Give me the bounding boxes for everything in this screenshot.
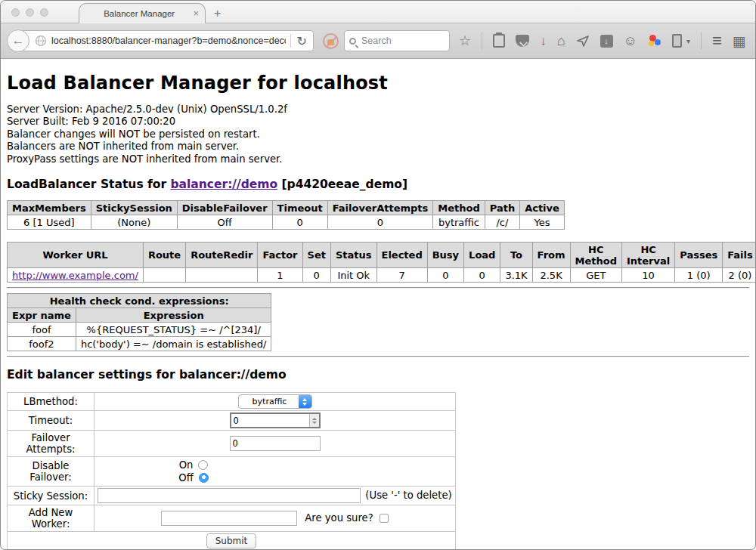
tab-title: Balancer Manager [90, 9, 188, 18]
urlbar-divider [290, 34, 291, 48]
lbmethod-row: LBmethod: bytraffic [8, 393, 456, 411]
timeout-input[interactable] [231, 416, 309, 426]
add-worker-label: Add New Worker: [8, 505, 94, 532]
disable-failover-on-radio[interactable] [198, 460, 208, 470]
proxypass-note-line: ProxyPass settings are NOT inherited fro… [7, 153, 749, 165]
disable-failover-off-radio[interactable] [199, 473, 209, 483]
back-button[interactable]: ← [7, 29, 29, 52]
hamburger-menu-icon[interactable]: ≡ [712, 31, 722, 51]
page-content: Load Balancer Manager for localhost Serv… [1, 59, 755, 550]
add-worker-row: Add New Worker: Are you sure? [8, 505, 456, 532]
col-timeout: Timeout [272, 201, 327, 215]
section-divider [7, 287, 749, 289]
col-failoverattempts: FailoverAttempts [327, 201, 433, 215]
section-divider [7, 356, 749, 357]
navigation-toolbar: ← localhost:8880/balancer-manager?b=demo… [1, 23, 755, 59]
number-spinner-icon[interactable] [309, 414, 319, 427]
url-text[interactable]: localhost:8880/balancer-manager?b=demo&n… [51, 36, 286, 46]
search-icon [349, 38, 356, 45]
table-header-row: Worker URL Route RouteRedir Factor Set S… [8, 243, 756, 268]
zoom-window-button[interactable] [40, 8, 48, 17]
search-bar[interactable] [344, 30, 450, 51]
table-header-row: Expr name Expression [8, 308, 271, 323]
failover-attempts-row: Failover Attempts: [8, 431, 456, 457]
col-stickysession: StickySession [91, 201, 177, 215]
col-maxmembers: MaxMembers [8, 201, 91, 215]
failover-attempts-input[interactable] [230, 436, 321, 451]
server-info: Server Version: Apache/2.5.0-dev (Unix) … [7, 104, 749, 165]
addon-install-icon[interactable]: ↓ [600, 35, 613, 48]
reading-list-icon[interactable] [493, 34, 505, 48]
window-controls[interactable] [11, 8, 48, 17]
disable-failover-row: Disable Failover: On Off [8, 457, 456, 487]
send-tab-icon[interactable] [576, 34, 590, 48]
browser-window: Balancer Manager × + ← localhost:8880/ba… [0, 0, 756, 550]
are-you-sure-label: Are you sure? [305, 512, 373, 524]
edit-balancer-heading: Edit balancer settings for balancer://de… [7, 368, 749, 382]
home-icon[interactable]: ⌂ [557, 34, 565, 48]
radio-off-label: Off [178, 472, 193, 484]
toolbar-divider [482, 32, 482, 49]
timeout-row: Timeout: [8, 411, 456, 431]
health-check-table: Health check cond. expressions: Expr nam… [7, 293, 271, 351]
downloads-icon[interactable]: ↓ [540, 35, 547, 48]
server-built-line: Server Built: Feb 9 2016 07:00:20 [7, 116, 749, 128]
submit-row: Submit [8, 532, 456, 550]
col-active: Active [520, 201, 565, 215]
table-row: foof %{REQUEST_STATUS} =~ /^[234]/ [8, 323, 271, 337]
table-header-row: MaxMembers StickySession DisableFailover… [8, 201, 565, 215]
reload-icon[interactable]: ↻ [296, 34, 313, 48]
balancer-demo-link[interactable]: balancer://demo [170, 178, 277, 191]
worker-row: http://www.example.com/ 1 0 Init Ok 7 0 … [8, 268, 756, 283]
sticky-session-row: Sticky Session: (Use '-' to delete) [8, 487, 456, 505]
radio-on-label: On [179, 459, 194, 471]
are-you-sure-checkbox[interactable] [380, 514, 389, 523]
server-version-line: Server Version: Apache/2.5.0-dev (Unix) … [7, 104, 749, 116]
overflow-caret-icon[interactable]: ▾ [686, 37, 690, 45]
tab-bar: Balancer Manager × + [1, 1, 755, 23]
toolbar-divider [701, 32, 702, 49]
timeout-label: Timeout: [8, 411, 94, 431]
close-window-button[interactable] [11, 8, 20, 17]
worker-url-link[interactable]: http://www.example.com/ [12, 270, 138, 281]
page-title: Load Balancer Manager for localhost [7, 73, 749, 94]
tab-close-icon[interactable]: × [193, 8, 199, 19]
colorful-dots-extension-icon[interactable] [648, 34, 662, 48]
table-row: foof2 hc('body') =~ /domain is establish… [8, 337, 271, 351]
worker-status-table: Worker URL Route RouteRedir Factor Set S… [7, 242, 756, 283]
bookmark-star-icon[interactable]: ☆ [459, 34, 471, 48]
col-path: Path [485, 201, 519, 215]
lbmethod-label: LBmethod: [8, 393, 94, 411]
new-tab-button[interactable]: + [214, 7, 221, 20]
persist-note-line: Balancer changes will NOT be persisted o… [7, 128, 749, 141]
tile-view-icon[interactable]: ▦ [733, 32, 746, 50]
health-table-title: Health check cond. expressions: [8, 294, 271, 308]
sticky-session-label: Sticky Session: [8, 487, 94, 505]
disable-failover-label: Disable Failover: [8, 457, 94, 487]
status-heading-suffix: [p4420eeae_demo] [277, 178, 407, 191]
failover-attempts-label: Failover Attempts: [8, 431, 94, 457]
col-worker-url: Worker URL [8, 243, 144, 268]
feedback-smiley-icon[interactable]: ☺ [624, 34, 637, 48]
battery-extension-icon[interactable] [672, 34, 682, 48]
add-worker-input[interactable] [161, 511, 297, 526]
toolbar-icons: ☆ ↓ ⌂ ↓ ☺ ▾ ≡ ▦ [459, 31, 740, 51]
adblock-disabled-icon[interactable] [323, 33, 339, 49]
loadbalancer-status-heading: LoadBalancer Status for balancer://demo … [7, 178, 749, 191]
select-stepper-icon [299, 395, 311, 408]
search-input[interactable] [361, 36, 445, 46]
sticky-session-hint: (Use '-' to delete) [365, 490, 451, 501]
back-icon: ← [12, 33, 25, 48]
pocket-icon[interactable] [516, 35, 529, 47]
url-bar[interactable]: localhost:8880/balancer-manager?b=demo&n… [19, 30, 314, 51]
submit-button[interactable]: Submit [206, 533, 257, 548]
balancer-status-table: MaxMembers StickySession DisableFailover… [7, 200, 565, 230]
globe-icon [35, 35, 47, 47]
tab-balancer-manager[interactable]: Balancer Manager × [79, 3, 206, 23]
lbmethod-select[interactable]: bytraffic [238, 394, 312, 409]
sticky-session-input[interactable] [98, 488, 361, 503]
table-row: 6 [1 Used] (None) Off 0 0 bytraffic /c/ … [8, 215, 565, 230]
minimize-window-button[interactable] [26, 8, 34, 17]
col-disablefailover: DisableFailover [177, 201, 272, 215]
edit-balancer-form: LBmethod: bytraffic Timeout: [7, 392, 456, 550]
